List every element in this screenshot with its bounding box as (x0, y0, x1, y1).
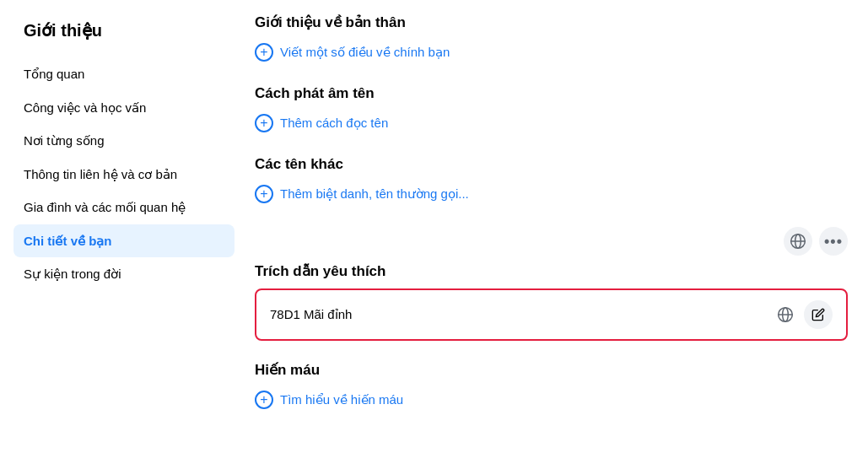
dots-icon: ••• (824, 233, 843, 251)
section-phat-am: Cách phát âm tên Thêm cách đọc tên (255, 85, 848, 136)
section-trich-dan: Trích dẫn yêu thích 78D1 Mãi đỉnh (255, 262, 848, 341)
quote-edit-button[interactable] (804, 300, 833, 329)
section-ten-khac: Các tên khác Thêm biệt danh, tên thường … (255, 156, 848, 207)
sidebar-item-su-kien[interactable]: Sự kiện trong đời (13, 257, 235, 291)
section-title-ten-khac: Các tên khác (255, 156, 848, 173)
quote-actions (774, 300, 833, 329)
section-hien-mau: Hiến máu Tìm hiểu về hiến máu (255, 361, 848, 412)
quote-card: 78D1 Mãi đỉnh (255, 288, 848, 341)
sidebar-title: Giới thiệu (13, 13, 235, 47)
main-content: Giới thiệu về bản thân Viết một số điều … (235, 0, 868, 469)
globe-privacy-button[interactable] (784, 227, 812, 256)
section-title-phat-am: Cách phát âm tên (255, 85, 848, 102)
quote-globe-icon (774, 303, 797, 326)
section-title-gioi-thieu: Giới thiệu về bản thân (255, 13, 848, 31)
pencil-icon (811, 308, 825, 321)
globe-svg-quote (777, 306, 794, 323)
globe-icon (790, 233, 806, 250)
plus-icon-hien-mau (255, 391, 273, 409)
plus-icon-ten-khac (255, 185, 273, 203)
add-hien-mau-button[interactable]: Tìm hiểu về hiến máu (255, 387, 403, 412)
sidebar-item-gia-dinh[interactable]: Gia đình và các mối quan hệ (13, 191, 235, 224)
sidebar-item-thong-tin[interactable]: Thông tin liên hệ và cơ bản (13, 158, 235, 191)
section-title-hien-mau: Hiến máu (255, 361, 848, 379)
sidebar-item-noi-song[interactable]: Nơi từng sống (13, 124, 235, 158)
section-gioi-thieu: Giới thiệu về bản thân Viết một số điều … (255, 13, 848, 65)
add-ten-khac-button[interactable]: Thêm biệt danh, tên thường gọi... (255, 181, 469, 207)
sidebar-item-chi-tiet[interactable]: Chi tiết về bạn (13, 224, 235, 258)
add-phat-am-button[interactable]: Thêm cách đọc tên (255, 111, 388, 136)
more-options-button[interactable]: ••• (819, 227, 848, 256)
plus-icon-phat-am (255, 114, 273, 132)
privacy-row: ••• (255, 227, 848, 256)
sidebar-item-tong-quan[interactable]: Tổng quan (13, 57, 235, 91)
sidebar-item-cong-viec[interactable]: Công việc và học vấn (13, 91, 235, 125)
add-gioi-thieu-button[interactable]: Viết một số điều về chính bạn (255, 40, 450, 65)
section-title-trich-dan: Trích dẫn yêu thích (255, 262, 848, 280)
quote-text: 78D1 Mãi đỉnh (270, 307, 352, 322)
plus-icon-gioi-thieu (255, 43, 273, 62)
sidebar: Giới thiệu Tổng quan Công việc và học vấ… (0, 0, 235, 469)
